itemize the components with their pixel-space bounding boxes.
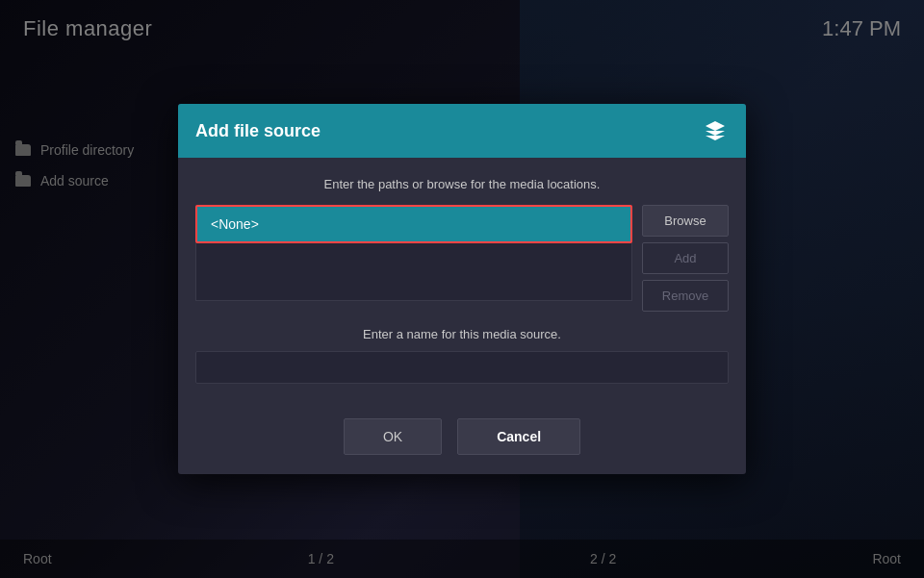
side-buttons: Browse Add Remove — [642, 205, 729, 312]
kodi-icon — [702, 117, 729, 144]
add-file-source-dialog: Add file source Enter the paths or brows… — [178, 104, 746, 474]
cancel-button[interactable]: Cancel — [457, 418, 580, 455]
name-section: Enter a name for this media source. — [195, 327, 729, 384]
name-input[interactable] — [195, 351, 729, 384]
dialog-overlay: Add file source Enter the paths or brows… — [0, 0, 924, 578]
name-instruction: Enter a name for this media source. — [195, 327, 729, 341]
path-instruction: Enter the paths or browse for the media … — [195, 177, 729, 191]
path-list-area — [195, 243, 632, 301]
dialog-body: Enter the paths or browse for the media … — [178, 158, 746, 403]
dialog-footer: OK Cancel — [178, 403, 746, 474]
path-input[interactable] — [195, 205, 632, 243]
dialog-title: Add file source — [195, 121, 321, 141]
browse-button[interactable]: Browse — [642, 205, 729, 237]
remove-button[interactable]: Remove — [642, 280, 729, 312]
add-button[interactable]: Add — [642, 242, 729, 274]
ok-button[interactable]: OK — [344, 418, 442, 455]
dialog-header: Add file source — [178, 104, 746, 158]
